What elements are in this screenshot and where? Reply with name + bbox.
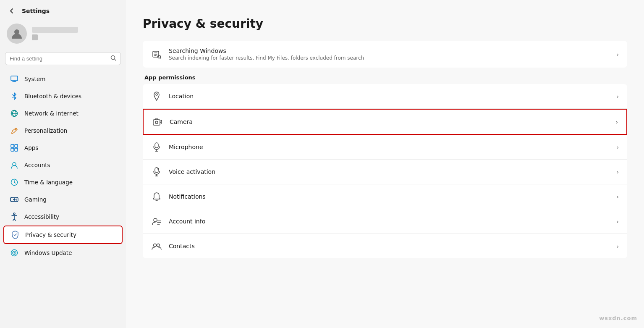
- settings-item-voice-activation[interactable]: Voice activation ›: [143, 160, 627, 184]
- searching-windows-label: Searching Windows: [169, 47, 610, 54]
- sidebar-item-label-accounts: Accounts: [24, 162, 50, 168]
- sidebar-item-gaming[interactable]: Gaming: [3, 191, 123, 208]
- contacts-label: Contacts: [169, 243, 610, 249]
- svg-point-18: [16, 199, 17, 199]
- sidebar-item-label-apps: Apps: [24, 144, 38, 151]
- privacy-icon: [11, 231, 19, 239]
- sidebar-item-system[interactable]: System: [3, 71, 123, 87]
- account-info-label: Account info: [169, 218, 610, 225]
- sidebar-item-privacy[interactable]: Privacy & security: [3, 226, 123, 244]
- svg-line-29: [160, 58, 161, 59]
- searching-windows-chevron: ›: [617, 51, 619, 58]
- searching-windows-text: Searching Windows Search indexing for fa…: [169, 47, 610, 61]
- sidebar-item-label-privacy: Privacy & security: [25, 231, 76, 238]
- contacts-text: Contacts: [169, 243, 610, 249]
- app-permissions-heading: App permissions: [143, 74, 627, 81]
- svg-rect-3: [11, 76, 18, 81]
- settings-item-camera[interactable]: Camera ›: [143, 109, 627, 135]
- svg-line-8: [15, 129, 16, 130]
- location-icon: [151, 91, 162, 102]
- microphone-text: Microphone: [169, 144, 610, 150]
- svg-point-20: [13, 213, 15, 215]
- bluetooth-icon: [10, 92, 18, 100]
- search-input[interactable]: [10, 55, 107, 62]
- network-icon: [10, 109, 18, 118]
- sidebar-item-personalization[interactable]: Personalization: [3, 122, 123, 139]
- account-info-text: Account info: [169, 218, 610, 225]
- windows-update-icon: [10, 249, 18, 257]
- voice-activation-chevron: ›: [617, 169, 619, 175]
- sidebar-item-label-accessibility: Accessibility: [24, 213, 59, 220]
- sidebar-item-accounts[interactable]: Accounts: [3, 157, 123, 173]
- back-button[interactable]: [7, 6, 17, 16]
- sidebar-title: Settings: [22, 8, 50, 14]
- svg-point-32: [155, 121, 158, 124]
- user-section: [0, 19, 126, 50]
- voice-activation-label: Voice activation: [169, 168, 610, 175]
- notifications-chevron: ›: [617, 194, 619, 200]
- time-icon: [10, 178, 18, 186]
- sidebar-nav: System Bluetooth & devices Network & in: [0, 70, 126, 262]
- searching-windows-icon: [151, 49, 162, 60]
- sidebar-item-apps[interactable]: Apps: [3, 139, 123, 156]
- voice-activation-icon: [151, 166, 162, 177]
- avatar: [7, 24, 27, 44]
- sidebar-item-label-bluetooth: Bluetooth & devices: [24, 93, 81, 100]
- page-title: Privacy & security: [143, 17, 627, 31]
- contacts-chevron: ›: [617, 243, 619, 249]
- search-box[interactable]: [5, 52, 121, 65]
- microphone-icon: [151, 142, 162, 152]
- apps-icon: [10, 144, 18, 152]
- sidebar-item-label-network: Network & internet: [24, 110, 79, 117]
- svg-rect-31: [153, 120, 160, 125]
- settings-item-searching-windows[interactable]: Searching Windows Search indexing for fa…: [143, 41, 627, 68]
- notifications-icon: [151, 191, 162, 202]
- app-permissions-card: Location › Camera ›: [143, 84, 627, 258]
- camera-chevron: ›: [616, 119, 618, 125]
- svg-point-30: [156, 94, 157, 95]
- camera-text: Camera: [170, 118, 609, 125]
- searching-windows-desc: Search indexing for faster results, Find…: [169, 55, 610, 61]
- settings-item-notifications[interactable]: Notifications ›: [143, 184, 627, 209]
- svg-point-40: [154, 218, 157, 222]
- notifications-label: Notifications: [169, 193, 610, 200]
- settings-item-account-info[interactable]: Account info ›: [143, 209, 627, 234]
- sidebar-item-bluetooth[interactable]: Bluetooth & devices: [3, 88, 123, 105]
- account-info-icon: [151, 216, 162, 227]
- svg-rect-10: [15, 144, 18, 147]
- search-icon: [110, 55, 116, 62]
- watermark: wsxdn.com: [599, 315, 637, 321]
- svg-point-44: [154, 244, 157, 247]
- sidebar-item-label-gaming: Gaming: [24, 196, 47, 203]
- svg-rect-9: [11, 144, 14, 147]
- sidebar: Settings: [0, 0, 126, 328]
- sidebar-item-label-time: Time & language: [24, 179, 73, 186]
- microphone-chevron: ›: [617, 144, 619, 150]
- svg-rect-12: [15, 148, 18, 151]
- sidebar-item-label-windows-update: Windows Update: [24, 249, 72, 256]
- sidebar-item-time[interactable]: Time & language: [3, 174, 123, 191]
- camera-icon: [152, 116, 163, 127]
- searching-windows-card: Searching Windows Search indexing for fa…: [143, 41, 627, 68]
- settings-item-microphone[interactable]: Microphone ›: [143, 135, 627, 160]
- system-icon: [10, 75, 18, 83]
- accessibility-icon: [10, 213, 18, 221]
- settings-item-contacts[interactable]: Contacts ›: [143, 234, 627, 258]
- settings-item-location[interactable]: Location ›: [143, 84, 627, 109]
- location-label: Location: [169, 93, 610, 100]
- svg-point-39: [157, 168, 159, 170]
- svg-rect-33: [155, 143, 158, 148]
- svg-line-2: [115, 59, 116, 61]
- gaming-icon: [10, 195, 18, 204]
- microphone-label: Microphone: [169, 144, 610, 150]
- location-chevron: ›: [617, 93, 619, 100]
- sidebar-item-label-system: System: [24, 76, 45, 82]
- sidebar-item-label-personalization: Personalization: [24, 127, 67, 134]
- sidebar-header: Settings: [0, 0, 126, 19]
- svg-point-45: [157, 244, 160, 247]
- sidebar-item-network[interactable]: Network & internet: [3, 105, 123, 122]
- svg-rect-11: [11, 148, 14, 151]
- sidebar-item-accessibility[interactable]: Accessibility: [3, 208, 123, 225]
- sidebar-item-windows-update[interactable]: Windows Update: [3, 244, 123, 261]
- accounts-icon: [10, 161, 18, 169]
